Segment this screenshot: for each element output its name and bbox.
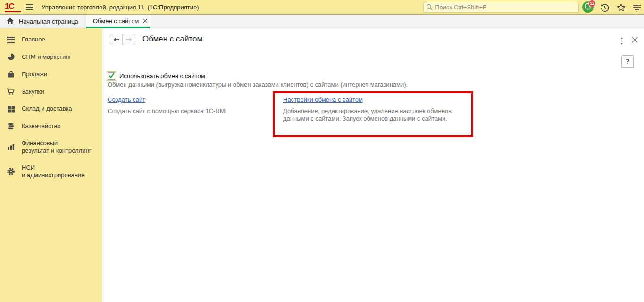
checkmark-icon: [109, 73, 115, 79]
use-site-exchange-row: Использовать обмен с сайтом: [108, 72, 205, 80]
sidebar-label: Казначейство: [22, 122, 60, 130]
back-button[interactable]: [110, 34, 123, 45]
create-site-link[interactable]: Создать сайт: [108, 96, 145, 103]
sidebar-label: Склад и доставка: [22, 105, 72, 113]
gear-icon: [0, 167, 22, 176]
history-nav: [110, 34, 135, 45]
1c-logo-icon: 1С: [5, 2, 21, 12]
sidebar-label: CRM и маркетинг: [22, 53, 71, 61]
search-input[interactable]: [434, 4, 578, 11]
exchange-settings-block: Настройки обмена с сайтом Добавление, ре…: [283, 96, 463, 122]
exchange-settings-description: Добавление, редактирование, удаление нас…: [283, 107, 463, 122]
content-area: Обмен с сайтом ? Использовать обмен с са…: [102, 28, 644, 302]
section-sidebar: Главное CRM и маркетинг Продажи Закупки: [0, 28, 102, 302]
use-site-exchange-checkbox[interactable]: [108, 72, 115, 80]
title-bar: 1С Управление торговлей, редакция 11 (1С…: [0, 0, 644, 15]
tab-close-icon[interactable]: [143, 18, 148, 23]
arrow-right-icon: [125, 37, 133, 42]
bag-icon: [0, 70, 22, 78]
exchange-settings-link[interactable]: Настройки обмена с сайтом: [283, 96, 363, 103]
tab-bar: Начальная страница Обмен с сайтом: [0, 15, 644, 28]
sidebar-item-sales[interactable]: Продажи: [0, 65, 102, 83]
sidebar-label: Финансовый результат и контроллинг: [22, 139, 91, 155]
sidebar-item-master-data-admin[interactable]: НСИ и администрирование: [0, 159, 102, 184]
arrow-left-icon: [113, 37, 120, 42]
create-site-description: Создать сайт с помощью сервиса 1C-UMI: [108, 107, 268, 115]
sidebar-label: НСИ и администрирование: [22, 164, 84, 179]
pie-chart-icon: [0, 53, 22, 61]
sidebar-item-purchases[interactable]: Закупки: [0, 83, 102, 100]
sidebar-item-warehouse[interactable]: Склад и доставка: [0, 100, 102, 117]
tab-site-exchange[interactable]: Обмен с сайтом: [86, 15, 150, 28]
section-description: Обмен данными (выгрузка номенклатуры и о…: [108, 81, 408, 88]
tab-home-page[interactable]: Начальная страница: [0, 15, 86, 28]
sidebar-label: Главное: [22, 36, 45, 43]
menu-lines-icon: [0, 36, 22, 43]
coins-icon: [0, 122, 22, 130]
help-button[interactable]: ?: [621, 55, 634, 68]
bar-chart-icon: [0, 143, 22, 151]
window-title: Управление торговлей, редакция 11 (1С:Пр…: [42, 4, 199, 11]
grid-icon: [0, 106, 22, 113]
cart-icon: [0, 88, 22, 96]
search-icon: [426, 3, 434, 11]
favorites-star-icon[interactable]: [617, 3, 626, 13]
global-search[interactable]: [423, 2, 579, 13]
notifications-button[interactable]: 12: [582, 0, 597, 15]
forward-button[interactable]: [123, 34, 135, 45]
tab-home-label: Начальная страница: [19, 18, 78, 25]
history-icon[interactable]: [600, 3, 609, 14]
sidebar-item-treasury[interactable]: Казначейство: [0, 117, 102, 135]
sidebar-label: Закупки: [22, 88, 44, 96]
sidebar-item-crm-marketing[interactable]: CRM и маркетинг: [0, 48, 102, 65]
notification-badge: 12: [588, 0, 596, 7]
sidebar-item-financial-result[interactable]: Финансовый результат и контроллинг: [0, 135, 102, 159]
create-site-block: Создать сайт Создать сайт с помощью серв…: [108, 96, 268, 115]
close-icon[interactable]: [632, 37, 638, 44]
kebab-menu-icon[interactable]: [621, 37, 623, 46]
page-title: Обмен с сайтом: [142, 34, 202, 44]
home-icon: [6, 17, 14, 26]
sidebar-label: Продажи: [22, 71, 47, 78]
service-menu-icon[interactable]: [633, 4, 641, 13]
main-menu-icon[interactable]: [25, 4, 34, 12]
sidebar-item-main[interactable]: Главное: [0, 31, 102, 48]
tab-site-exchange-label: Обмен с сайтом: [93, 17, 139, 24]
use-site-exchange-label: Использовать обмен с сайтом: [119, 73, 205, 80]
